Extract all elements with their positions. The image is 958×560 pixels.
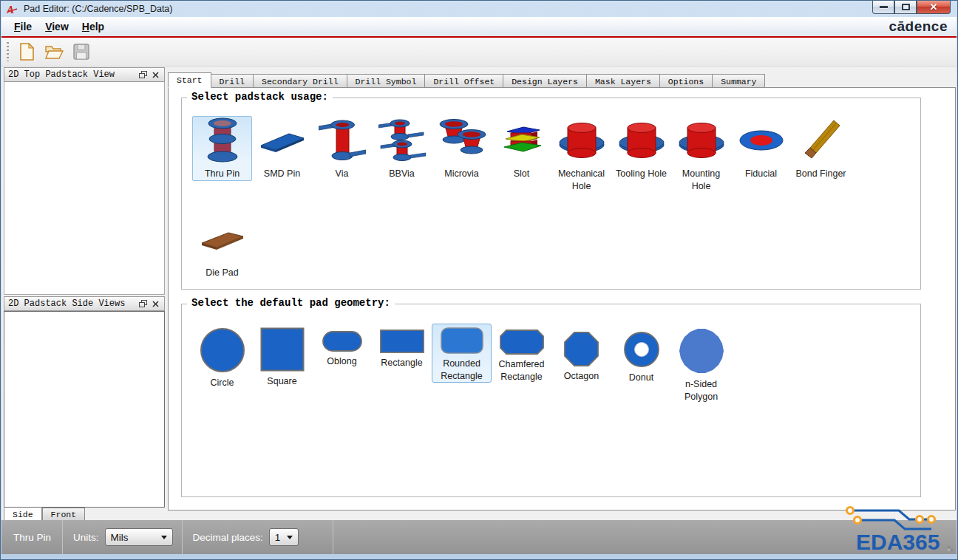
decimal-places-dropdown[interactable]: 1 [269,528,299,546]
eda365-watermark: EDA365 [837,505,955,556]
geometry-item-oblong[interactable]: Oblong [312,327,372,369]
tab-options[interactable]: Options [660,74,713,88]
pad-geometry-group-title: Select the default pad geometry: [187,297,395,309]
tab-summary[interactable]: Summary [713,74,765,88]
rounded-rectangle-shape-icon [441,327,483,354]
geometry-item-label: Circle [211,377,234,389]
geometry-item-chamfered-rectangle[interactable]: Chamfered Rectangle [492,327,551,383]
geometry-item-label: Rectangle [381,357,422,369]
usage-item-fiducial[interactable]: Fiducial [731,116,791,181]
padstack-usage-group: Select padstack usage: Thru Pin [181,98,921,290]
geometry-item-octagon[interactable]: Octagon [551,327,611,383]
mechanical-hole-icon [558,121,605,160]
titlebar[interactable]: A Pad Editor: (C:/Cadence/SPB_Data) [1,1,957,17]
side-views-canvas[interactable] [4,311,165,508]
top-view-canvas[interactable] [4,82,165,295]
usage-item-label: Die Pad [205,267,238,279]
mounting-hole-icon [678,121,725,160]
geometry-item-label: Donut [629,372,653,384]
close-button[interactable]: ✕ [917,1,951,14]
top-view-panel-title: 2D Top Padstack View [8,69,135,80]
geometry-item-rectangle[interactable]: Rectangle [372,327,432,370]
usage-item-die-pad[interactable]: Die Pad [192,215,252,280]
pad-dot-icon [917,516,923,523]
status-bar: Thru Pin Units: Mils Decimal places: 1 [1,520,957,554]
geometry-item-donut[interactable]: Donut [611,327,671,385]
status-mode: Thru Pin [13,532,51,543]
usage-item-mounting-hole[interactable]: Mounting Hole [671,116,731,193]
fiducial-icon [738,129,784,151]
usage-item-slot[interactable]: Slot [492,116,551,181]
usage-item-bbvia[interactable]: BBVia [372,116,432,181]
open-file-button[interactable] [43,41,65,62]
units-value: Mils [111,532,129,543]
tab-drill[interactable]: Drill [211,74,254,88]
usage-item-smd-pin[interactable]: SMD Pin [252,116,312,181]
float-panel-button[interactable] [137,299,148,309]
float-panel-button[interactable] [137,70,148,80]
units-dropdown[interactable]: Mils [105,528,173,546]
close-panel-button[interactable] [150,299,160,309]
smd-pin-icon [259,128,305,153]
usage-item-label: Thru Pin [205,168,239,180]
padstack-usage-group-title: Select padstack usage: [187,91,333,103]
tab-drill-offset[interactable]: Drill Offset [425,74,503,88]
close-panel-button[interactable] [150,70,160,80]
usage-item-via[interactable]: Via [312,116,372,181]
menu-file[interactable]: File [7,18,38,35]
close-panel-icon [152,301,159,307]
geometry-item-n-sided-polygon[interactable]: n-Sided Polygon [671,327,731,403]
chamfered-rectangle-shape-icon [500,329,544,355]
minimize-button[interactable] [872,1,894,14]
menu-view[interactable]: View [38,18,75,35]
square-shape-icon [260,327,305,372]
usage-item-bond-finger[interactable]: Bond Finger [791,116,851,181]
tab-design-layers[interactable]: Design Layers [503,74,587,88]
main-tab-bar: Start Drill Secondary Drill Drill Symbol… [168,72,765,88]
tooling-hole-icon [618,121,665,160]
chevron-down-icon [287,536,293,539]
geometry-item-circle[interactable]: Circle [192,327,252,390]
geometry-item-label: Octagon [564,370,599,383]
eda365-text: EDA365 [856,530,940,553]
rectangle-shape-icon [380,329,424,353]
maximize-button[interactable] [894,1,917,14]
microvia-icon [438,119,486,162]
geometry-item-square[interactable]: Square [252,327,312,389]
pad-editor-window: A Pad Editor: (C:/Cadence/SPB_Data) ✕ Fi… [0,0,958,560]
workspace: 2D Top Padstack View 2D Padstack Side Vi… [1,66,957,522]
tab-start[interactable]: Start [168,72,211,88]
usage-item-microvia[interactable]: Microvia [432,116,492,181]
tab-secondary-drill[interactable]: Secondary Drill [254,74,347,88]
circle-shape-icon [200,327,245,373]
tab-mask-layers[interactable]: Mask Layers [587,74,660,88]
n-sided-polygon-shape-icon [678,327,725,375]
donut-shape-icon [623,331,660,368]
geometry-item-label: Chamfered Rectangle [492,358,551,383]
open-file-icon [44,44,64,60]
status-separator [333,520,333,554]
menu-bar: File View Help cādence [1,17,957,36]
usage-item-mechanical-hole[interactable]: Mechanical Hole [551,116,611,193]
toolbar-grip[interactable] [7,42,9,61]
tab-drill-symbol[interactable]: Drill Symbol [347,74,426,88]
new-file-button[interactable] [16,41,38,62]
usage-item-label: Mounting Hole [672,168,730,192]
usage-item-label: Bond Finger [795,168,846,180]
app-icon: A [7,4,18,15]
save-file-button[interactable] [70,41,92,62]
thru-pin-icon [206,117,239,163]
pad-dot-icon [847,508,854,514]
status-separator [62,520,63,554]
geometry-item-label: n-Sided Polygon [672,378,730,403]
bbvia-icon [378,119,426,162]
start-tab-page: Select padstack usage: Thru Pin [168,87,956,511]
usage-item-thru-pin[interactable]: Thru Pin [192,116,252,181]
geometry-item-rounded-rectangle[interactable]: Rounded Rectangle [432,324,492,383]
slot-icon [501,126,543,155]
top-view-panel-header: 2D Top Padstack View [4,67,165,82]
pad-geometry-group: Select the default pad geometry: Circle … [181,304,921,497]
menu-help[interactable]: Help [75,18,111,35]
usage-item-tooling-hole[interactable]: Tooling Hole [611,116,671,181]
usage-item-label: Via [336,168,349,180]
